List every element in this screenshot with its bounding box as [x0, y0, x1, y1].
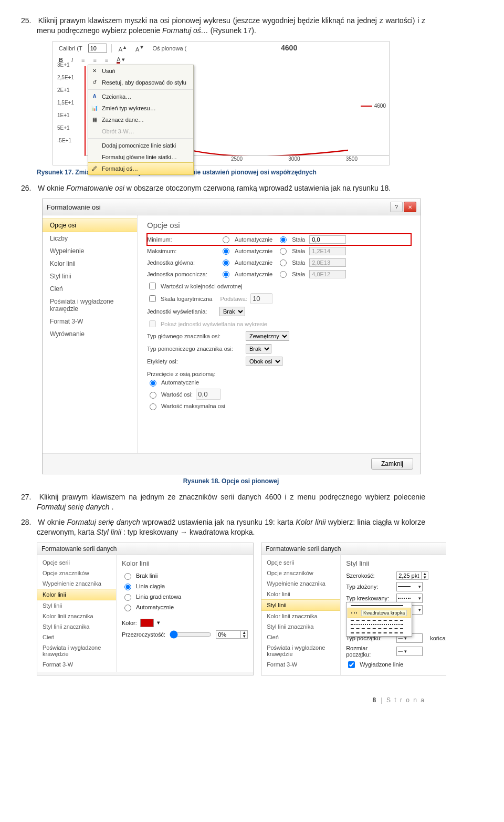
ctx-change-chart-type[interactable]: 📊Zmień typ wykresu…	[88, 102, 193, 114]
ctx-add-minor-gridlines[interactable]: Dodaj pomocnicze linie siatki	[88, 140, 193, 151]
side-item[interactable]: Styl linii	[37, 600, 116, 611]
minor-fixed-radio[interactable]	[280, 271, 287, 278]
radio-solid-line[interactable]: Linia ciągła	[122, 581, 248, 591]
width-spinner[interactable]: ▲▼	[396, 571, 428, 580]
display-units-select[interactable]: Brak	[219, 307, 245, 316]
side-item-line-style[interactable]: Styl linii	[261, 599, 340, 611]
cross-value[interactable]: Wartość osi:	[147, 388, 411, 401]
major-tick-select[interactable]: Zewnętrzny	[246, 331, 289, 341]
chk-log[interactable]: Skala logarytmiczna Podstawa:	[147, 292, 411, 305]
side-glow[interactable]: Poświata i wygładzone krawędzie	[43, 295, 137, 315]
dash-option[interactable]	[348, 631, 411, 635]
dash-option[interactable]	[348, 604, 411, 608]
cross-max[interactable]: Wartość maksymalna osi	[147, 401, 411, 411]
side-item[interactable]: Format 3-W	[37, 659, 116, 670]
mini-toolbar: Calibri (T A▲ A▼ Oś pionowa ( 4600	[53, 41, 389, 56]
side-item[interactable]: Wypełnienie znacznika	[261, 578, 340, 589]
labels-select[interactable]: Obok osi	[246, 357, 282, 366]
start-size-select[interactable]: — ▾	[396, 647, 423, 656]
legend-line-icon	[361, 106, 372, 107]
dash-option[interactable]	[348, 618, 411, 622]
side-item[interactable]: Format 3-W	[261, 659, 340, 670]
side-item[interactable]: Cień	[37, 632, 116, 642]
increase-font-icon[interactable]: A▲	[116, 44, 130, 54]
min-value-input[interactable]	[309, 235, 346, 244]
align-left-icon[interactable]: ≡	[79, 56, 87, 64]
side-fill[interactable]: Wypełnienie	[43, 245, 137, 257]
pane-title: Opcje osi	[147, 221, 411, 230]
side-item[interactable]: Kolor linii znacznika	[37, 611, 116, 621]
minor-auto-radio[interactable]	[223, 271, 229, 278]
side-item[interactable]: Opcje serii	[261, 557, 340, 568]
ctx-format-major-gridlines[interactable]: Formatuj główne linie siatki…	[88, 151, 193, 163]
align-center-icon[interactable]: ≡	[90, 56, 99, 64]
side-item[interactable]: Poświata i wygładzone krawędzie	[261, 642, 340, 659]
compound-type-select[interactable]: ▾	[396, 582, 423, 591]
color-swatch[interactable]	[140, 619, 154, 627]
font-name[interactable]: Calibri (T	[56, 44, 85, 53]
major-auto-radio[interactable]	[223, 259, 229, 266]
row-transparency: Przezroczystość: ▲▼	[122, 628, 248, 641]
font-icon: A	[90, 92, 99, 101]
side-axis-options[interactable]: Opcje osi	[43, 218, 137, 232]
font-color-icon[interactable]: A ▾	[114, 55, 128, 64]
side-item[interactable]: Styl linii znacznika	[37, 621, 116, 632]
dialog-sidebar: Opcje osi Liczby Wypełnienie Kolor linii…	[43, 215, 138, 453]
ctx-format-axis[interactable]: 🖉Formatuj oś…	[88, 162, 194, 175]
side-alignment[interactable]: Wyrównanie	[43, 328, 137, 340]
chevron-down-icon[interactable]: ▾	[157, 619, 160, 626]
side-item[interactable]: Styl linii znacznika	[261, 621, 340, 632]
side-item[interactable]: Cień	[261, 632, 340, 642]
side-shadow[interactable]: Cień	[43, 283, 137, 295]
row-dash: Typ kreskowany: ▾ Kwadratowa kropka	[346, 592, 446, 604]
max-fixed-radio[interactable]	[280, 248, 287, 255]
dash-option[interactable]	[348, 627, 411, 631]
side-item[interactable]: Opcje znaczników	[261, 568, 340, 578]
transparency-slider[interactable]	[170, 630, 212, 639]
chk-reverse[interactable]: Wartości w kolejności odwrotnej	[147, 280, 411, 292]
ctx-font[interactable]: ACzcionka…	[88, 91, 193, 102]
dialog-pane: Opcje osi Minimum: Automatycznie Stała M…	[138, 215, 421, 453]
max-auto-radio[interactable]	[223, 248, 229, 255]
align-right-icon[interactable]: ≡	[102, 56, 111, 64]
side-line-color[interactable]: Kolor linii	[43, 257, 137, 270]
delete-icon: ✕	[90, 67, 99, 75]
major-fixed-radio[interactable]	[280, 259, 287, 266]
side-item[interactable]: Kolor linii znacznika	[261, 611, 340, 621]
help-button[interactable]: ?	[390, 202, 403, 212]
transparency-spinner[interactable]: ▲▼	[216, 630, 248, 639]
axis-selector[interactable]: Oś pionowa (	[150, 44, 189, 53]
side-item[interactable]: Poświata i wygładzone krawędzie	[37, 642, 116, 659]
dash-option-square-dot[interactable]: Kwadratowa kropka	[348, 608, 411, 618]
side-number[interactable]: Liczby	[43, 232, 137, 245]
screenshot-context-menu-chart: Calibri (T A▲ A▼ Oś pionowa ( 4600 B I ≡…	[52, 41, 390, 166]
dialog-title: Formatowanie serii danych	[37, 543, 253, 555]
font-size-input[interactable]	[88, 44, 107, 53]
side-line-style[interactable]: Styl linii	[43, 270, 137, 283]
decrease-font-icon[interactable]: A▼	[133, 44, 146, 54]
series-right-sidebar: Opcje serii Opcje znaczników Wypełnienie…	[261, 555, 341, 675]
chart-type-icon: 📊	[90, 104, 99, 112]
radio-gradient-line[interactable]: Linia gradientowa	[122, 591, 248, 602]
side-item-line-color[interactable]: Kolor linii	[37, 589, 116, 600]
dialog-title: Formatowanie osi	[47, 203, 101, 211]
side-item[interactable]: Kolor linii	[261, 589, 340, 599]
dash-option[interactable]	[348, 622, 411, 627]
side-3d[interactable]: Format 3-W	[43, 315, 137, 328]
ctx-select-data[interactable]: ▦Zaznacz dane…	[88, 114, 193, 126]
row-maximum: Maksimum: Automatycznie Stała	[147, 245, 411, 257]
min-fixed-radio[interactable]	[280, 236, 287, 243]
ctx-delete[interactable]: ✕Usuń	[88, 65, 193, 77]
radio-no-line[interactable]: Brak linii	[122, 570, 248, 581]
min-auto-radio[interactable]	[223, 236, 229, 243]
ctx-reset[interactable]: ↺Resetuj, aby dopasować do stylu	[88, 77, 193, 88]
radio-auto-line[interactable]: Automatycznie	[122, 602, 248, 612]
row-smooth[interactable]: Wygładzone linie	[346, 659, 446, 671]
side-item[interactable]: Wypełnienie znacznika	[37, 578, 116, 589]
side-item[interactable]: Opcje znaczników	[37, 568, 116, 578]
cross-auto[interactable]: Automatycznie	[147, 377, 411, 388]
close-button[interactable]: Zamknij	[371, 458, 413, 470]
close-icon[interactable]: ✕	[404, 202, 416, 212]
minor-tick-select[interactable]: Brak	[246, 344, 271, 353]
side-item[interactable]: Opcje serii	[37, 557, 116, 568]
